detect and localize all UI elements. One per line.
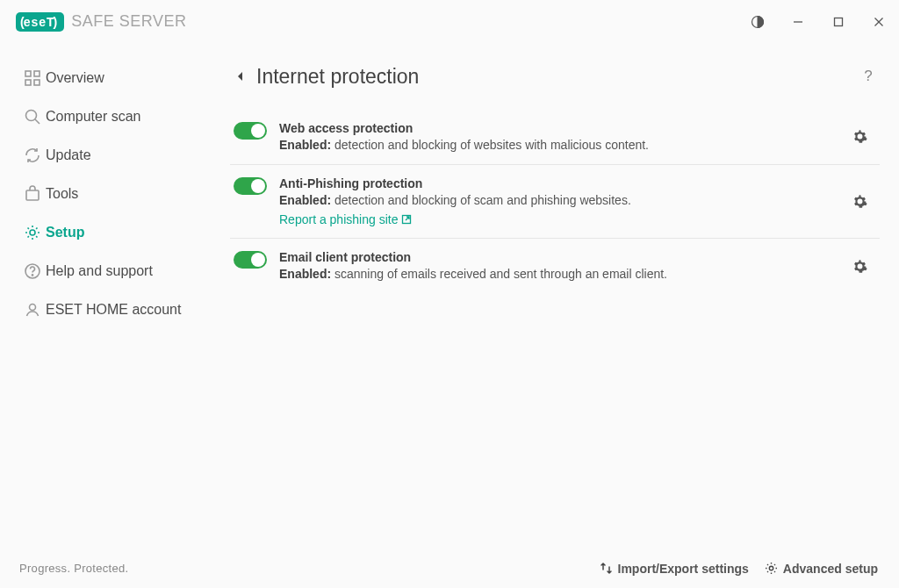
svg-point-14 [32, 275, 32, 276]
settings-gear-button[interactable] [848, 120, 871, 154]
settings-gear-button[interactable] [848, 249, 871, 283]
status-label: Enabled: [279, 267, 331, 281]
sidebar-item-label: Tools [46, 186, 78, 202]
user-icon [19, 301, 46, 319]
svg-point-17 [769, 566, 773, 570]
sidebar-item-label: Computer scan [46, 109, 141, 125]
svg-line-10 [35, 119, 40, 124]
toggle-anti-phishing[interactable] [234, 177, 267, 195]
titlebar: eseT SAFE SERVER [0, 0, 899, 43]
setting-description: scanning of emails received and sent thr… [334, 267, 667, 281]
sidebar-item-overview[interactable]: Overview [0, 59, 221, 97]
tools-icon [19, 185, 46, 203]
sidebar-item-update[interactable]: Update [0, 136, 221, 175]
svg-rect-2 [835, 18, 843, 25]
sidebar: Overview Computer scan Update Tools Setu… [0, 43, 221, 549]
import-export-button[interactable]: Import/Export settings [600, 562, 749, 576]
footer: Progress. Protected. Import/Export setti… [0, 549, 899, 588]
help-icon [19, 262, 46, 280]
page-title: Internet protection [256, 65, 419, 89]
svg-rect-7 [25, 80, 31, 85]
toggle-email-client[interactable] [234, 251, 267, 269]
svg-point-9 [26, 111, 37, 121]
overview-icon [19, 69, 46, 87]
search-icon [19, 108, 46, 125]
sidebar-item-setup[interactable]: Setup [0, 213, 221, 252]
svg-rect-5 [25, 71, 31, 76]
window-controls [737, 0, 899, 43]
sidebar-item-help[interactable]: Help and support [0, 252, 221, 290]
sidebar-item-label: Overview [46, 70, 104, 86]
setting-web-access: Web access protection Enabled: detection… [230, 110, 880, 165]
back-button[interactable] [230, 67, 249, 86]
report-phishing-link[interactable]: Report a phishing site [279, 212, 412, 228]
setting-title: Anti-Phishing protection [279, 176, 848, 192]
sidebar-item-computer-scan[interactable]: Computer scan [0, 97, 221, 136]
settings-gear-button[interactable] [848, 176, 871, 228]
toggle-web-access[interactable] [234, 122, 267, 140]
svg-point-15 [30, 305, 36, 311]
sidebar-item-label: Update [46, 147, 91, 163]
minimize-button[interactable] [778, 0, 818, 43]
setting-description: detection and blocking of websites with … [334, 138, 649, 152]
refresh-icon [19, 147, 46, 164]
slogan: Progress. Protected. [19, 562, 129, 575]
advanced-setup-button[interactable]: Advanced setup [765, 562, 878, 576]
settings-list: Web access protection Enabled: detection… [230, 110, 880, 293]
svg-rect-11 [26, 190, 39, 200]
maximize-button[interactable] [818, 0, 859, 43]
sidebar-item-home-account[interactable]: ESET HOME account [0, 290, 221, 329]
svg-rect-8 [34, 80, 40, 85]
setting-anti-phishing: Anti-Phishing protection Enabled: detect… [230, 165, 880, 240]
status-label: Enabled: [279, 193, 331, 207]
sidebar-item-tools[interactable]: Tools [0, 175, 221, 213]
sidebar-item-label: ESET HOME account [46, 302, 181, 318]
status-label: Enabled: [279, 138, 331, 152]
sidebar-item-label: Help and support [46, 263, 153, 279]
setting-title: Email client protection [279, 249, 848, 266]
context-help-button[interactable]: ? [857, 65, 880, 88]
close-button[interactable] [859, 0, 899, 43]
main-panel: Internet protection ? Web access protect… [221, 43, 899, 549]
svg-rect-6 [34, 71, 40, 76]
brand-logo: eseT [16, 12, 64, 32]
setting-email-client: Email client protection Enabled: scannin… [230, 239, 880, 293]
svg-point-12 [30, 230, 35, 235]
gear-icon [19, 224, 46, 241]
sidebar-item-label: Setup [46, 225, 84, 240]
setting-description: detection and blocking of scam and phish… [334, 193, 631, 207]
setting-title: Web access protection [279, 120, 848, 137]
product-name: SAFE SERVER [71, 12, 186, 31]
contrast-icon[interactable] [737, 0, 778, 43]
